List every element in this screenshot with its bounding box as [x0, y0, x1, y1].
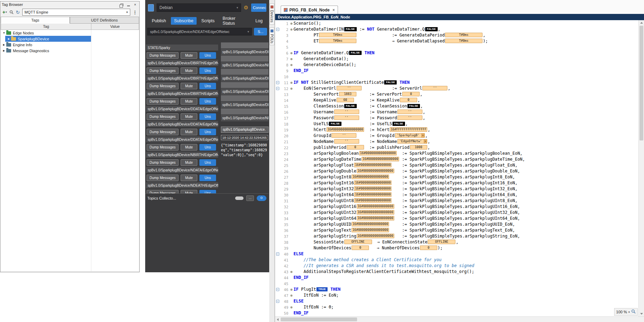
monitor-bool-true[interactable]: TRUE	[316, 287, 328, 291]
message-timestamp[interactable]: 18-12-2020 14:42:22.5294265	[221, 135, 268, 140]
fold-toggle-icon[interactable]: −	[276, 252, 279, 256]
topic-row[interactable]: spBv1.0/SparkplugBDevice/NDATA/EdgeOfNet…	[146, 167, 218, 174]
monitor-value[interactable]: 16#0000000000000000	[354, 163, 391, 167]
editor-tab[interactable]: PRG_FB_EoN_Node ×	[281, 6, 338, 14]
topic-row[interactable]: spBv1.0/SparkplugBDevice/DDATA/EdgeOfNet…	[146, 106, 218, 112]
scroll-up-icon[interactable]	[639, 20, 644, 25]
tag-provider-select[interactable]: MQTT Engine ▾	[22, 9, 130, 16]
column-header-tag[interactable]: Tag	[1, 24, 91, 30]
mute-button[interactable]: Mute	[181, 52, 197, 59]
unsubscribe-button[interactable]: Uns	[199, 67, 216, 74]
collector-action-button[interactable]	[257, 195, 266, 201]
monitor-enum-value[interactable]: 'SparkplugB'▸	[395, 133, 425, 138]
h-scrollbar-thumb[interactable]	[281, 317, 357, 321]
mute-button[interactable]: Mute	[181, 113, 197, 120]
subscribe-button[interactable]: S...	[254, 28, 267, 35]
topic-row[interactable]: spBv1.0/SparkplugBDevice/DBIRTH/EdgeOfNe…	[146, 90, 218, 97]
topic-row[interactable]: spBv1.0/SparkplugBDevice/DDATA/EdgeOfNet…	[146, 121, 218, 128]
dump-messages-button[interactable]: Dump Messages	[147, 83, 179, 89]
tree-item-edge-nodes[interactable]: ▼Edge Nodes	[1, 30, 139, 36]
monitor-value[interactable]: ''	[337, 86, 362, 90]
unsubscribe-button[interactable]: Uns	[199, 83, 216, 89]
search-icon[interactable]	[9, 10, 14, 14]
tree-item-message-diagnostics[interactable]: ▶Message Diagnostics	[1, 48, 139, 54]
monitor-bool-false[interactable]: FALSE	[329, 122, 341, 126]
topic-row[interactable]: STATE/Sparky	[146, 45, 218, 51]
monitor-value[interactable]: 16#0000000000000000	[327, 127, 364, 132]
tab-tags[interactable]: Tags	[1, 17, 70, 24]
unsubscribe-button[interactable]: Uns	[199, 190, 216, 193]
kebab-menu-icon[interactable]: ⋮	[133, 10, 137, 15]
topic-row[interactable]: spBv1.0/SparkplugBDevice/DBIRTH/EdgeOfNe…	[146, 75, 218, 82]
monitor-value[interactable]: 16#0000000000000000	[352, 175, 389, 179]
dump-messages-button[interactable]: Dump Messages	[147, 67, 179, 74]
fold-toggle-icon[interactable]: −	[276, 81, 279, 84]
monitor-bool-false[interactable]: FALSE	[344, 27, 357, 31]
topic-row[interactable]: spBv1.0/SparkplugBDevice/DDAT	[221, 88, 269, 95]
expand-arrow-icon[interactable]: ▸	[424, 139, 427, 143]
topic-row[interactable]: spBv1.0/SparkplugBDevice/DBIRTH/EdgeOfNe…	[146, 60, 218, 66]
scroll-down-icon[interactable]	[639, 311, 644, 316]
vertical-scrollbar[interactable]	[638, 20, 644, 316]
horizontal-scrollbar[interactable]	[275, 316, 644, 322]
monitor-value[interactable]: ''	[397, 115, 422, 120]
monitor-enum-value[interactable]: 'EdgeOfNetw'▸	[397, 139, 427, 144]
topic-row[interactable]: spBv1.0/SparkplugBDevice/DDATA/EdgeOfNet…	[146, 136, 218, 143]
mute-button[interactable]: Mute	[181, 144, 197, 151]
monitor-value[interactable]: 0	[400, 98, 417, 102]
unsubscribe-button[interactable]: Uns	[199, 113, 216, 120]
minimize-icon[interactable]	[126, 2, 131, 7]
monitor-value[interactable]: 16#0000000000000000	[354, 198, 391, 203]
dump-messages-button[interactable]: Dump Messages	[147, 113, 179, 120]
connect-button[interactable]: Connec	[251, 3, 266, 12]
dump-messages-button[interactable]: Dump Messages	[147, 159, 179, 166]
expander-open-icon[interactable]: ▼	[2, 32, 6, 34]
unsubscribe-button[interactable]: Uns	[199, 159, 216, 166]
topic-row[interactable]: spBv1.0/SparkplugBDevice/NDEATH/EdgeOfNe…	[146, 182, 218, 189]
sidebar-tab-devices[interactable]: Devices	[270, 3, 274, 25]
tab-publish[interactable]: Publish	[149, 17, 169, 25]
expander-closed-icon[interactable]: ▶	[7, 38, 11, 40]
float-window-icon[interactable]	[119, 2, 125, 7]
fold-toggle-icon[interactable]: −	[276, 87, 279, 90]
code-editor[interactable]: 1Scenario();−2GenerateDataTimer(INFALSE …	[275, 21, 638, 316]
fold-toggle-icon[interactable]: −	[276, 28, 279, 31]
monitor-value[interactable]: 16#0000000000000000	[357, 169, 394, 173]
mute-button[interactable]: Mute	[181, 83, 197, 89]
tag-browser-titlebar[interactable]: Tag Browser ×	[0, 1, 139, 8]
monitor-value[interactable]: 1000	[410, 145, 427, 150]
monitor-value[interactable]: 16#0000000000000000	[352, 222, 389, 226]
monitor-value[interactable]: 16#0000000000000000	[354, 186, 391, 191]
monitor-bool-false[interactable]: FALSE	[349, 51, 362, 55]
monitor-value[interactable]: 0	[420, 245, 437, 250]
monitor-bool-false[interactable]: FALSE	[344, 104, 357, 108]
monitor-value[interactable]: T#0ms	[319, 39, 356, 43]
column-header-value[interactable]: Value	[91, 24, 139, 30]
monitor-value[interactable]: 0	[347, 145, 364, 150]
monitor-value[interactable]: T#0ms	[445, 39, 482, 43]
monitor-value[interactable]: 16#0000000000000000	[357, 216, 394, 220]
monitor-value[interactable]: ''	[334, 115, 359, 120]
unsubscribe-button[interactable]: Uns	[199, 144, 216, 151]
mute-button[interactable]: Mute	[181, 129, 197, 135]
topic-row[interactable]: spBv1.0/SparkplugBDevice/DDAT	[221, 75, 269, 82]
unsubscribe-button[interactable]: Uns	[199, 52, 216, 59]
scrollbar-thumb[interactable]	[639, 26, 643, 140]
monitor-value[interactable]: 16#0000000000000000	[357, 210, 394, 215]
monitor-value[interactable]: ''	[334, 110, 359, 114]
monitor-bool-false[interactable]: FALSE	[393, 122, 405, 126]
dump-messages-button[interactable]: Dump Messages	[147, 144, 179, 151]
monitor-value[interactable]: 16#0000000000000000	[354, 192, 391, 197]
zoom-control[interactable]: 100 % ▾	[614, 308, 638, 316]
tab-broker-status[interactable]: Broker Status	[220, 15, 250, 27]
topic-row[interactable]: spBv1.0/SparkplugBDevice/NDAT	[221, 62, 269, 69]
monitor-value[interactable]: T#0ms	[445, 33, 482, 37]
expander-closed-icon[interactable]: ▶	[2, 49, 6, 52]
close-tab-icon[interactable]: ×	[332, 8, 335, 13]
sidebar-tab-pous[interactable]: POUs	[270, 27, 274, 46]
monitor-value[interactable]: 60	[337, 98, 354, 102]
zoom-level[interactable]: 100 %	[616, 310, 627, 314]
unsubscribe-button[interactable]: Uns	[199, 98, 216, 105]
monitor-value[interactable]: 1883	[339, 92, 356, 96]
monitor-value[interactable]: 0	[352, 245, 369, 250]
